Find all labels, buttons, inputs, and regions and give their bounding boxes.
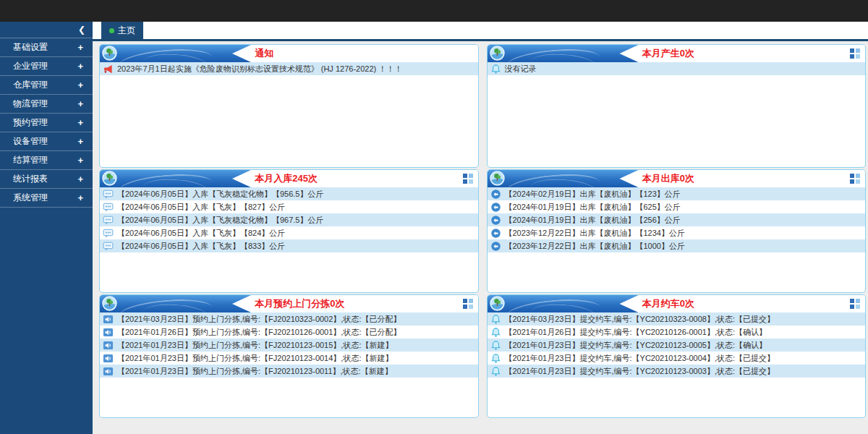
list-item[interactable]: 【2023年12月22日】出库【废机油】【1234】公斤	[488, 226, 866, 239]
list-item[interactable]: 【2024年06月05日】入库【飞灰稳定化物】【967.5】公斤	[100, 213, 478, 226]
list-item[interactable]: 【2021年01月23日】预约上门分拣,编号:【FJ20210123-0011】…	[100, 365, 478, 378]
list-item-text: 【2024年01月19日】出库【废机油】【256】公斤	[505, 215, 681, 226]
globe-logo-icon	[102, 296, 117, 311]
expand-plus-icon[interactable]: +	[77, 136, 83, 147]
globe-logo-icon	[102, 46, 117, 61]
panel-body: 【2021年03月23日】提交约车,编号:【YC20210323-0008】,状…	[488, 312, 866, 378]
list-item-text: 【2024年06月05日】入库【飞灰】【833】公斤	[117, 241, 285, 252]
globe-logo-icon	[490, 171, 505, 186]
panel-inbound-this-month: 本月入库245次【2024年06月05日】入库【飞灰稳定化物】【956.5】公斤…	[99, 169, 479, 293]
panel-header: 本月约车0次	[488, 295, 866, 312]
grid-icon[interactable]	[463, 174, 473, 184]
list-item-text: 【2021年01月23日】预约上门分拣,编号:【FJ20210123-0014】…	[117, 353, 393, 364]
tab-home[interactable]: 主页	[101, 22, 143, 39]
grid-icon[interactable]	[850, 48, 860, 59]
sidebar-item[interactable]: 基础设置+	[0, 38, 93, 57]
sidebar-item-label: 预约管理	[13, 116, 48, 129]
list-item[interactable]: 【2024年02月19日】出库【废机油】【123】公斤	[488, 187, 866, 200]
sidebar-item[interactable]: 企业管理+	[0, 57, 93, 76]
list-item[interactable]: 【2024年06月05日】入库【飞灰】【824】公斤	[100, 226, 478, 239]
panel-header: 本月预约上门分拣0次	[100, 295, 478, 312]
list-item[interactable]: 【2021年01月23日】预约上门分拣,编号:【FJ20210123-0015】…	[100, 339, 478, 352]
comment-icon	[103, 189, 114, 200]
collapse-arrow-icon[interactable]: ❮	[78, 25, 85, 35]
list-item[interactable]: 【2021年01月23日】提交约车,编号:【YC20210123-0003】,状…	[488, 365, 866, 378]
grid-icon[interactable]	[850, 299, 860, 309]
sidebar-item[interactable]: 预约管理+	[0, 114, 93, 132]
sidebar-item[interactable]: 结算管理+	[0, 151, 93, 170]
expand-plus-icon[interactable]: +	[77, 117, 83, 128]
sidebar-item-label: 物流管理	[13, 98, 48, 110]
header-banner	[100, 45, 251, 62]
expand-plus-icon[interactable]: +	[77, 174, 83, 184]
list-item[interactable]: 【2024年06月05日】入库【飞灰稳定化物】【956.5】公斤	[100, 187, 478, 200]
sidebar-item[interactable]: 物流管理+	[0, 95, 93, 114]
list-item[interactable]: 【2024年06月05日】入库【飞灰】【833】公斤	[100, 239, 478, 252]
speaker-square-icon	[103, 366, 114, 377]
speaker-square-icon	[103, 353, 114, 364]
sidebar-item[interactable]: 设备管理+	[0, 132, 93, 151]
sidebar-item[interactable]: 系统管理+	[0, 189, 93, 208]
list-item-text: 2023年7月1日起实施《危险废物识别标志设置技术规范》 (HJ 1276-20…	[117, 64, 402, 75]
list-item[interactable]: 2023年7月1日起实施《危险废物识别标志设置技术规范》 (HJ 1276-20…	[100, 62, 478, 75]
speaker-square-icon	[103, 314, 114, 325]
list-item[interactable]: 【2021年01月23日】提交约车,编号:【YC20210123-0005】,状…	[488, 339, 866, 352]
tab-bar: 主页	[93, 22, 868, 41]
list-item[interactable]: 【2024年01月19日】出库【废机油】【625】公斤	[488, 200, 866, 213]
sidebar-item-label: 结算管理	[13, 154, 48, 166]
list-item-text: 【2021年01月26日】预约上门分拣,编号:【FJ20210126-0001】…	[117, 327, 401, 338]
sidebar-item[interactable]: 统计报表+	[0, 170, 93, 189]
bell-icon	[490, 353, 501, 364]
list-item-text: 【2023年12月22日】出库【废机油】【1000】公斤	[505, 241, 685, 252]
comment-icon	[103, 202, 114, 213]
outbound-circle-icon	[490, 202, 501, 213]
expand-plus-icon[interactable]: +	[77, 155, 83, 166]
speaker-square-icon	[103, 340, 114, 351]
list-item[interactable]: 【2021年03月23日】提交约车,编号:【YC20210323-0008】,状…	[488, 312, 866, 326]
comment-icon	[103, 241, 114, 252]
panel-title: 本月入库245次	[255, 170, 318, 187]
panel-outbound-this-month: 本月出库0次【2024年02月19日】出库【废机油】【123】公斤【2024年0…	[487, 169, 867, 293]
panel-title: 本月约车0次	[642, 295, 694, 312]
sidebar-item[interactable]: 仓库管理+	[0, 76, 93, 95]
header-banner	[488, 295, 639, 312]
tab-active-dot-icon	[109, 28, 114, 33]
expand-plus-icon[interactable]: +	[77, 80, 83, 90]
panel-body: 【2024年02月19日】出库【废机油】【123】公斤【2024年01月19日】…	[488, 187, 866, 252]
expand-plus-icon[interactable]: +	[77, 42, 83, 53]
list-item-text: 【2024年06月05日】入库【飞灰】【827】公斤	[117, 202, 285, 213]
list-item-text: 【2024年02月19日】出库【废机油】【123】公斤	[505, 189, 681, 200]
panel-body: 【2021年03月23日】预约上门分拣,编号:【FJ20210323-0002】…	[100, 312, 478, 378]
list-item-text: 【2021年01月23日】提交约车,编号:【YC20210123-0003】,状…	[505, 366, 775, 377]
panel-header: 通知	[100, 45, 478, 62]
list-item[interactable]: 【2023年12月22日】出库【废机油】【1000】公斤	[488, 239, 866, 252]
outbound-circle-icon	[490, 241, 501, 252]
list-item[interactable]: 【2021年01月23日】预约上门分拣,编号:【FJ20210123-0014】…	[100, 352, 478, 365]
panel-body: 没有记录	[488, 62, 866, 75]
list-item[interactable]: 没有记录	[488, 62, 866, 75]
expand-plus-icon[interactable]: +	[77, 192, 83, 203]
outbound-circle-icon	[490, 189, 501, 200]
sidebar-item-label: 仓库管理	[13, 79, 48, 91]
comment-icon	[103, 215, 114, 226]
list-item[interactable]: 【2024年06月05日】入库【飞灰】【827】公斤	[100, 200, 478, 213]
list-item-text: 【2024年01月19日】出库【废机油】【625】公斤	[505, 202, 681, 213]
panel-title: 通知	[255, 45, 273, 62]
expand-plus-icon[interactable]: +	[77, 98, 83, 109]
list-item[interactable]: 【2024年01月19日】出库【废机油】【256】公斤	[488, 213, 866, 226]
expand-plus-icon[interactable]: +	[77, 61, 83, 72]
bell-icon	[490, 366, 501, 377]
sidebar-item-label: 基础设置	[13, 41, 48, 54]
panel-produced-this-month: 本月产生0次没有记录	[487, 44, 867, 168]
grid-icon[interactable]	[463, 299, 473, 309]
list-item[interactable]: 【2021年01月23日】提交约车,编号:【YC20210123-0004】,状…	[488, 352, 866, 365]
speaker-square-icon	[103, 327, 114, 338]
list-item[interactable]: 【2021年01月26日】提交约车,编号:【YC20210126-0001】,状…	[488, 326, 866, 339]
list-item[interactable]: 【2021年03月23日】预约上门分拣,编号:【FJ20210323-0002】…	[100, 312, 478, 326]
outbound-circle-icon	[490, 228, 501, 239]
globe-logo-icon	[102, 171, 117, 186]
panel-door-sorting-this-month: 本月预约上门分拣0次【2021年03月23日】预约上门分拣,编号:【FJ2021…	[99, 294, 479, 418]
list-item[interactable]: 【2021年01月26日】预约上门分拣,编号:【FJ20210126-0001】…	[100, 326, 478, 339]
grid-icon[interactable]	[850, 174, 860, 184]
sidebar-collapse-button[interactable]: ❮	[0, 22, 93, 38]
